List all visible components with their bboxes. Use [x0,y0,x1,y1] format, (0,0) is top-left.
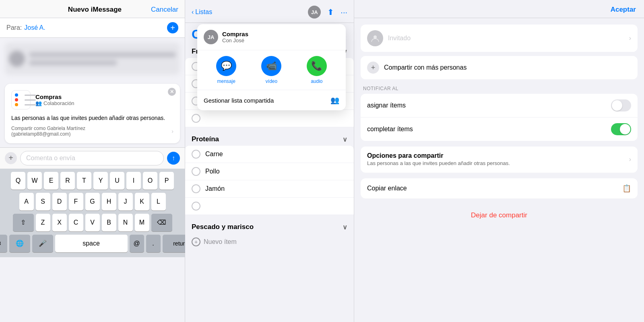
key-s[interactable]: S [36,193,50,211]
share-sharing-content: Opciones para compartir Las personas a l… [367,152,629,167]
share-toggles-group: asignar ítems completar ítems [361,94,638,141]
share-options-title: Opciones para compartir [367,152,629,159]
contact-popup: JA Compras Con José 💬 mensaje 📹 vídeo 📞 … [197,24,346,110]
imessage-to-row: Para: José A. + [0,18,185,38]
imessage-to-value[interactable]: José A. [24,24,167,31]
key-u[interactable]: U [110,172,124,190]
share-stop-row[interactable]: Dejar de compartir [361,205,638,226]
key-period[interactable]: . [146,235,161,252]
reminders-back-button[interactable]: ‹ Listas [192,8,212,16]
blurred-line-1 [29,52,176,57]
popup-video-action[interactable]: 📹 vídeo [261,56,281,84]
key-space[interactable]: space [55,235,128,252]
key-c[interactable]: C [69,214,83,231]
popup-manage-text: Gestionar lista compartida [204,97,327,104]
avatar [367,30,383,46]
toggle-knob [612,100,622,111]
key-i[interactable]: I [126,172,141,190]
reminder-checkbox[interactable] [192,150,200,159]
imessage-title: Nuevo iMessage [39,6,151,14]
proteina-section-header: Proteína ∨ [185,131,354,146]
more-icon[interactable]: ··· [341,8,347,17]
key-w[interactable]: W [27,172,42,190]
assign-toggle[interactable] [611,99,631,111]
message-icon: 💬 [216,56,236,76]
popup-manage-row[interactable]: Gestionar lista compartida 👥 [197,90,346,110]
key-at[interactable]: @ [130,235,144,252]
key-p[interactable]: P [159,172,174,190]
collab-card-body: Las personas a las que invites pueden añ… [11,114,173,122]
pescado-section: Pescado y marisco ∨ + Nuevo ítem [185,219,354,252]
key-k[interactable]: K [135,193,149,211]
key-123[interactable]: 123 [0,235,7,252]
share-accept-button[interactable]: Aceptar [611,6,636,14]
key-f[interactable]: F [69,193,83,211]
key-t[interactable]: T [77,172,91,190]
reminder-checkbox[interactable] [192,202,200,211]
chevron-right-icon: › [629,35,631,42]
share-copy-row[interactable]: Copiar enlace 📋 [361,178,638,198]
key-e[interactable]: E [44,172,58,190]
key-b[interactable]: B [102,214,116,231]
key-delete[interactable]: ⌫ [151,214,172,231]
complete-toggle[interactable] [611,123,631,135]
key-a[interactable]: A [19,193,34,211]
collab-card-share[interactable]: Compartir como Gabriela Martínez (gabrie… [11,126,173,137]
reminder-checkbox[interactable] [192,184,200,193]
new-item-row[interactable]: + Nuevo ítem [185,233,354,250]
key-globe[interactable]: 🌐 [9,235,30,252]
people-icon: 👥 [330,96,339,105]
reminder-checkbox[interactable] [192,167,200,176]
share-person-row[interactable]: Invitado › [361,25,638,52]
chevron-left-icon: ‹ [192,8,194,16]
key-n[interactable]: N [118,214,133,231]
key-z[interactable]: Z [36,214,50,231]
imessage-attachment-button[interactable]: + [5,152,17,164]
key-v[interactable]: V [85,214,100,231]
popup-message-action[interactable]: 💬 mensaje [216,56,236,84]
popup-contact-row: JA Compras Con José [197,24,346,50]
key-d[interactable]: D [52,193,67,211]
list-item-empty [185,198,354,215]
reminders-header: ‹ Listas JA ⬆ ··· [185,0,354,23]
share-sharing-options-row[interactable]: Opciones para compartir Las personas a l… [361,147,638,173]
key-j[interactable]: J [118,193,133,211]
keyboard-row-1: Q W E R T Y U I O P [2,172,183,190]
imessage-send-button[interactable]: ↑ [167,152,180,165]
new-item-plus-icon[interactable]: + [192,237,200,246]
new-item-text[interactable]: Nuevo ítem [204,238,237,246]
reminders-panel: ‹ Listas JA ⬆ ··· Co Fruta ∨ P Z [185,0,354,322]
reminders-avatar[interactable]: JA [308,6,321,19]
reminder-checkbox[interactable] [192,114,200,123]
key-x[interactable]: X [52,214,67,231]
add-person-icon: + [367,62,379,74]
close-icon[interactable]: ✕ [168,88,176,96]
key-o[interactable]: O [143,172,157,190]
imessage-add-recipient-button[interactable]: + [167,22,178,33]
key-m[interactable]: M [135,214,149,231]
proteina-collapse-button[interactable]: ∨ [343,136,347,143]
key-mic[interactable]: 🎤 [32,235,53,252]
popup-video-label: vídeo [266,78,277,84]
key-r[interactable]: R [60,172,75,190]
popup-audio-action[interactable]: 📞 audio [307,56,327,84]
share-icon[interactable]: ⬆ [327,7,334,17]
imessage-text-input[interactable]: Comenta o envía [20,151,164,165]
share-add-row[interactable]: + Compartir con más personas [361,56,638,79]
key-y[interactable]: Y [93,172,108,190]
key-shift[interactable]: ⇧ [13,214,34,231]
key-q[interactable]: Q [11,172,25,190]
copy-icon: 📋 [622,184,631,193]
pescado-section-header: Pescado y marisco ∨ [185,219,354,233]
imessage-cancel-button[interactable]: Cancelar [151,6,178,14]
collaboration-card: ✕ Compras 👥 Cola [5,84,180,143]
popup-contact-avatar: JA [204,30,218,44]
keyboard-row-4: 123 🌐 🎤 space @ . return [2,235,183,252]
share-copy-label: Copiar enlace [367,185,622,192]
blurred-line-2 [29,60,117,65]
keyboard-row-2: A S D F G H J K L [2,193,183,211]
key-l[interactable]: L [151,193,166,211]
pescado-collapse-button[interactable]: ∨ [343,223,347,231]
key-h[interactable]: H [102,193,116,211]
key-g[interactable]: G [85,193,100,211]
